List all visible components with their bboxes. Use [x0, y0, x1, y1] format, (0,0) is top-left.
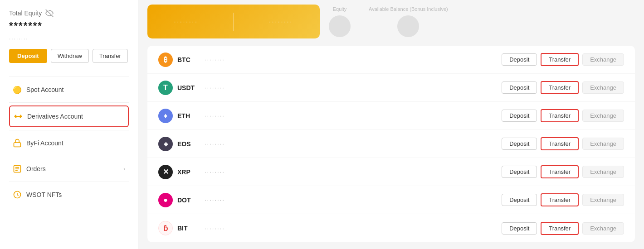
available-balance-label: Available Balance (Bonus Inclusive) — [369, 6, 448, 12]
table-row: T USDT ········ Deposit Transfer Exchang… — [147, 74, 635, 102]
sidebar-item-wsot-nfts[interactable]: WSOT NFTs — [9, 185, 129, 205]
dot-symbol: DOT — [177, 196, 205, 204]
card-val-2: ········ — [269, 18, 293, 25]
dot-actions: Deposit Transfer Exchange — [502, 193, 624, 206]
orders-chevron-icon: › — [123, 166, 125, 172]
btc-deposit-button[interactable]: Deposit — [502, 53, 537, 66]
usdt-deposit-button[interactable]: Deposit — [502, 81, 537, 94]
xrp-icon: ✕ — [158, 165, 173, 179]
table-row: ₿ BTC ········ Deposit Transfer Exchange — [147, 46, 635, 74]
sidebar: Total Equity ******* ........ Deposit Wi… — [0, 0, 138, 249]
table-row: ɓ BIT ········ Deposit Transfer Exchange — [147, 214, 635, 242]
btc-symbol: BTC — [177, 56, 205, 63]
usdt-actions: Deposit Transfer Exchange — [502, 81, 624, 94]
dot-exchange-button[interactable]: Exchange — [582, 194, 624, 206]
sidebar-item-orders[interactable]: Orders › — [9, 159, 129, 179]
sidebar-divider-3 — [9, 130, 129, 130]
xrp-actions: Deposit Transfer Exchange — [502, 165, 624, 178]
eos-icon: ◈ — [158, 137, 173, 151]
sidebar-divider-5 — [9, 182, 129, 182]
xrp-transfer-button[interactable]: Transfer — [541, 165, 579, 178]
dot-deposit-button[interactable]: Deposit — [502, 194, 537, 206]
eos-deposit-button[interactable]: Deposit — [502, 138, 537, 150]
derivatives-label: Derivatives Account — [27, 113, 83, 120]
equity-stat: Equity — [329, 6, 351, 37]
eos-symbol: EOS — [177, 140, 205, 148]
bit-icon: ɓ — [158, 221, 173, 235]
equity-stat-label: Equity — [329, 6, 351, 12]
usdt-balance: ········ — [205, 84, 502, 91]
equity-label-text: Total Equity — [9, 10, 42, 17]
deposit-button[interactable]: Deposit — [9, 49, 47, 63]
available-balance-stat: Available Balance (Bonus Inclusive) — [369, 6, 448, 37]
btc-actions: Deposit Transfer Exchange — [502, 53, 624, 66]
table-row: ✕ XRP ········ Deposit Transfer Exchange — [147, 158, 635, 186]
btc-transfer-button[interactable]: Transfer — [541, 53, 579, 66]
btc-icon: ₿ — [158, 53, 173, 67]
available-balance-circle — [397, 15, 419, 37]
usdt-icon: T — [158, 81, 173, 95]
usdt-symbol: USDT — [177, 84, 205, 91]
sidebar-item-byfi-account[interactable]: ByFi Account — [9, 133, 129, 153]
dot-icon: ● — [158, 193, 173, 207]
eth-actions: Deposit Transfer Exchange — [502, 109, 624, 122]
eos-actions: Deposit Transfer Exchange — [502, 137, 624, 150]
dot-balance: ········ — [205, 196, 502, 203]
xrp-balance: ········ — [205, 168, 502, 175]
eos-transfer-button[interactable]: Transfer — [541, 137, 579, 150]
dot-transfer-button[interactable]: Transfer — [541, 193, 579, 206]
sidebar-divider-2 — [9, 102, 129, 103]
bit-transfer-button[interactable]: Transfer — [541, 222, 579, 235]
bit-actions: Deposit Transfer Exchange — [502, 222, 624, 235]
eth-transfer-button[interactable]: Transfer — [541, 109, 579, 122]
equity-circle — [329, 15, 351, 37]
balance-hidden: ******* — [9, 20, 129, 32]
bit-deposit-button[interactable]: Deposit — [502, 222, 537, 235]
total-equity-label: Total Equity — [9, 9, 129, 17]
balance-sub: ........ — [9, 34, 129, 41]
card-val-1: ········ — [174, 18, 198, 25]
table-row: ♦ ETH ········ Deposit Transfer Exchange — [147, 102, 635, 130]
wsot-label: WSOT NFTs — [26, 191, 62, 198]
eth-icon: ♦ — [158, 109, 173, 123]
bit-symbol: BIT — [177, 225, 205, 232]
main-content: ········ ········ Equity Available Balan… — [138, 0, 644, 249]
spot-account-icon: 🟡 — [13, 85, 22, 94]
table-row: ● DOT ········ Deposit Transfer Exchange — [147, 186, 635, 214]
btc-exchange-button[interactable]: Exchange — [582, 53, 624, 66]
table-row: ◈ EOS ········ Deposit Transfer Exchange — [147, 130, 635, 158]
action-buttons: Deposit Withdraw Transfer — [9, 49, 129, 63]
eth-deposit-button[interactable]: Deposit — [502, 110, 537, 122]
stat-cards: Equity Available Balance (Bonus Inclusiv… — [329, 5, 448, 38]
xrp-deposit-button[interactable]: Deposit — [502, 166, 537, 178]
byfi-label: ByFi Account — [26, 139, 63, 147]
xrp-symbol: XRP — [177, 168, 205, 176]
svg-rect-2 — [14, 143, 21, 147]
bit-exchange-button[interactable]: Exchange — [582, 222, 624, 235]
eth-symbol: ETH — [177, 112, 205, 120]
coin-table: ₿ BTC ········ Deposit Transfer Exchange… — [147, 46, 635, 242]
bit-balance: ········ — [205, 225, 502, 232]
orders-icon — [13, 164, 22, 173]
usdt-exchange-button[interactable]: Exchange — [582, 81, 624, 94]
eye-icon[interactable] — [45, 9, 54, 17]
xrp-exchange-button[interactable]: Exchange — [582, 166, 624, 178]
card-divider — [233, 13, 234, 31]
sidebar-item-spot-account[interactable]: 🟡 Spot Account — [9, 80, 129, 100]
eth-balance: ········ — [205, 112, 502, 119]
withdraw-button[interactable]: Withdraw — [51, 49, 89, 63]
sidebar-item-derivatives-account[interactable]: Derivatives Account — [9, 105, 129, 127]
usdt-transfer-button[interactable]: Transfer — [541, 81, 579, 94]
balance-card: ········ ········ — [147, 5, 320, 38]
orders-label: Orders — [26, 165, 46, 172]
eos-exchange-button[interactable]: Exchange — [582, 138, 624, 150]
transfer-button[interactable]: Transfer — [93, 49, 128, 63]
sidebar-divider-1 — [9, 77, 129, 77]
sidebar-divider-4 — [9, 156, 129, 156]
spot-account-label: Spot Account — [26, 86, 64, 93]
eos-balance: ········ — [205, 140, 502, 147]
top-cards: ········ ········ Equity Available Balan… — [147, 0, 635, 38]
byfi-icon — [13, 139, 22, 148]
eth-exchange-button[interactable]: Exchange — [582, 110, 624, 122]
wsot-icon — [13, 190, 22, 199]
